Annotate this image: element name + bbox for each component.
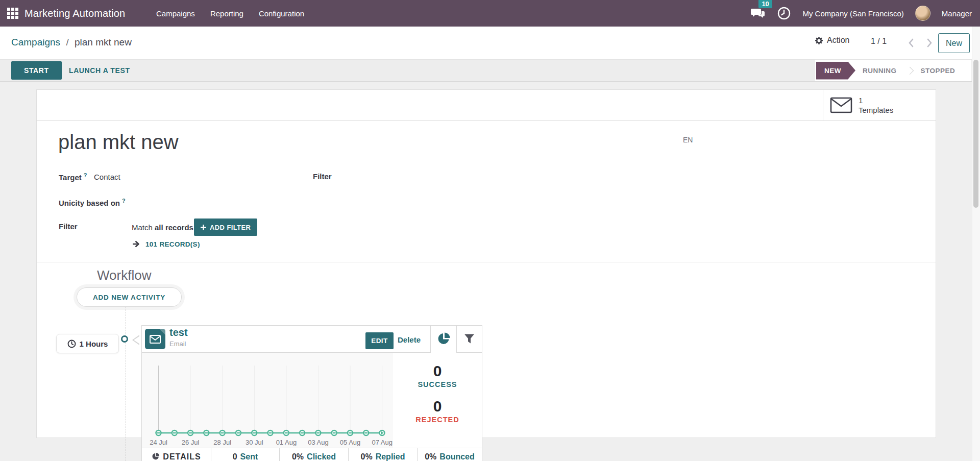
x-axis-label: 26 Jul <box>182 439 200 446</box>
nav-item-configuration[interactable]: Configuration <box>259 9 304 18</box>
edit-button[interactable]: EDIT <box>365 332 394 349</box>
footer-cell-details[interactable]: DETAILS <box>142 448 211 461</box>
templates-stat-button[interactable]: 1 Templates <box>830 92 932 118</box>
add-new-activity-button[interactable]: ADD NEW ACTIVITY <box>77 287 182 307</box>
workflow-heading: Workflow <box>97 268 151 283</box>
statusbar-state-stopped[interactable]: STOPPED <box>914 67 963 75</box>
activity-type-tile <box>145 329 165 349</box>
tab-divider-1 <box>430 325 431 353</box>
footer-cell-replied[interactable]: 0%Replied <box>348 448 417 461</box>
user-menu[interactable]: Manager <box>942 9 972 18</box>
add-filter-button[interactable]: ADD FILTER <box>194 219 257 236</box>
footer-label: Sent <box>240 452 258 461</box>
activity-name[interactable]: test <box>169 327 188 338</box>
pager-value: 1 / 1 <box>871 37 887 46</box>
breadcrumb-current: plan mkt new <box>75 37 132 47</box>
clock-icon <box>777 6 791 20</box>
footer-value: 0% <box>292 452 304 461</box>
activity-type-label: Email <box>169 340 186 348</box>
message-count-badge: 10 <box>758 0 772 8</box>
delete-button[interactable]: Delete <box>398 335 421 344</box>
stat-label: REJECTED <box>393 415 482 425</box>
card-border-top <box>141 325 482 326</box>
footer-cell-sent[interactable]: 0Sent <box>211 448 279 461</box>
statusbar: START LAUNCH A TEST NEWRUNNINGSTOPPED <box>0 60 980 82</box>
company-switcher[interactable]: My Company (San Francisco) <box>802 9 903 18</box>
control-panel: Campaigns / plan mkt new Action 1 / 1 Ne… <box>0 27 980 60</box>
app-name[interactable]: Marketing Automation <box>24 8 125 19</box>
stat-rejected[interactable]: 0REJECTED <box>393 398 482 425</box>
scrollbar-thumb[interactable] <box>973 60 978 208</box>
top-navbar: Marketing Automation CampaignsReportingC… <box>0 0 980 27</box>
workflow-node[interactable] <box>121 335 128 343</box>
pager-previous-button[interactable] <box>908 38 915 50</box>
x-axis-label: 07 Aug <box>372 439 393 446</box>
messages-button[interactable]: 10 <box>750 7 766 20</box>
unicity-help-icon[interactable]: ? <box>122 198 126 204</box>
card-border-right <box>482 325 482 461</box>
breadcrumb: Campaigns / plan mkt new <box>11 37 132 48</box>
templates-label: Templates <box>859 105 893 115</box>
filter-tab-button[interactable] <box>464 333 475 346</box>
footer-value: 0 <box>233 452 237 461</box>
chevron-right-icon <box>926 38 933 48</box>
activity-stats: 0SUCCESS0REJECTED <box>393 353 482 448</box>
new-button[interactable]: New <box>938 33 970 53</box>
trigger-interval-button[interactable]: 1 Hours <box>56 334 119 353</box>
clock-small-icon <box>67 339 76 348</box>
statusbar-states: NEWRUNNINGSTOPPED <box>815 60 971 81</box>
stat-label: SUCCESS <box>393 379 482 390</box>
graph-tab-button[interactable] <box>437 332 451 348</box>
marketing-automation-page: Marketing Automation CampaignsReportingC… <box>0 0 980 461</box>
gear-icon <box>815 36 823 45</box>
nav-item-campaigns[interactable]: Campaigns <box>156 9 195 18</box>
apps-grid-icon[interactable] <box>7 8 18 19</box>
language-badge[interactable]: EN <box>683 136 693 144</box>
activities-button[interactable] <box>777 6 791 20</box>
stat-value: 0 <box>393 363 482 379</box>
x-axis-label: 28 Jul <box>213 439 231 446</box>
breadcrumb-campaigns-link[interactable]: Campaigns <box>11 37 60 47</box>
tab-divider-2 <box>456 325 457 353</box>
avatar[interactable] <box>915 6 930 21</box>
target-value[interactable]: Contact <box>94 173 120 181</box>
statusbar-state-running[interactable]: RUNNING <box>855 67 904 75</box>
envelope-icon <box>830 96 852 114</box>
launch-a-test-button[interactable]: LAUNCH A TEST <box>62 61 137 80</box>
x-axis-label: 01 Aug <box>276 439 297 446</box>
start-button[interactable]: START <box>11 61 62 80</box>
stat-success[interactable]: 0SUCCESS <box>393 363 482 390</box>
navbar-right: 10 My Company (San Francisco) Manager <box>750 0 972 27</box>
chevron-left-icon <box>908 38 915 48</box>
target-label: Target? <box>59 172 87 182</box>
footer-cell-clicked[interactable]: 0%Clicked <box>279 448 348 461</box>
unicity-label: Unicity based on? <box>59 198 126 207</box>
target-help-icon[interactable]: ? <box>84 172 87 178</box>
action-menu-button[interactable]: Action <box>815 36 849 45</box>
filter-funnel-icon <box>464 333 475 344</box>
activity-line-chart <box>141 352 393 448</box>
statusbar-state-new[interactable]: NEW <box>816 62 855 80</box>
section-divider <box>37 262 936 262</box>
state-separator <box>905 66 914 75</box>
records-count-link[interactable]: 101 RECORD(S) <box>145 240 200 248</box>
arrow-right-icon <box>132 240 141 248</box>
footer-label: Clicked <box>307 452 336 461</box>
pager-next-button[interactable] <box>926 38 933 50</box>
page-title[interactable]: plan mkt new <box>58 131 179 154</box>
nav-item-reporting[interactable]: Reporting <box>210 9 243 18</box>
x-axis-label: 24 Jul <box>150 439 167 446</box>
envelope-white-icon <box>150 335 161 344</box>
x-axis-label: 30 Jul <box>246 439 263 446</box>
footer-label: DETAILS <box>163 452 201 461</box>
action-label: Action <box>827 36 849 45</box>
nav-menu: CampaignsReportingConfiguration <box>156 0 304 27</box>
footer-value: 0% <box>425 452 436 461</box>
pie-chart-icon <box>152 452 160 460</box>
records-row: 101 RECORD(S) <box>132 240 200 248</box>
plus-icon <box>201 225 206 230</box>
workflow-connector-line <box>126 307 126 461</box>
footer-cell-bounced[interactable]: 0%Bounced <box>417 448 482 461</box>
filter-column-label: Filter <box>313 172 332 181</box>
button-box-strip <box>36 89 936 121</box>
